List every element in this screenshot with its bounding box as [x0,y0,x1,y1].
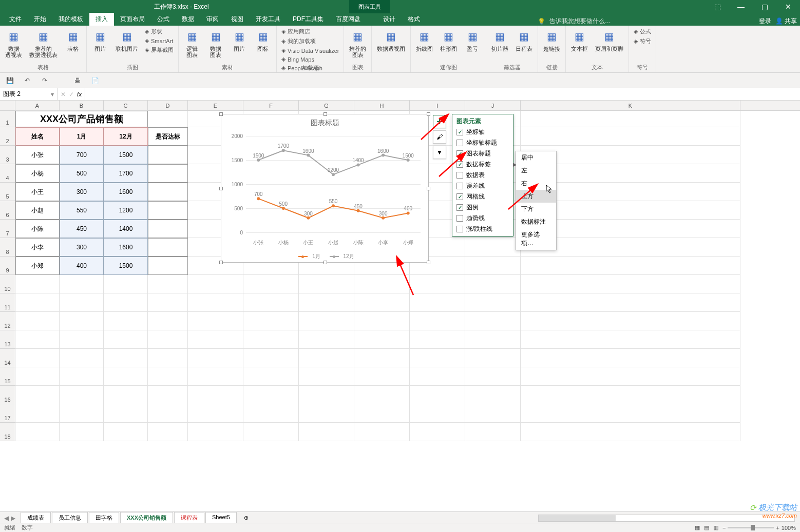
cell[interactable]: 300 [60,183,104,201]
cell[interactable] [354,293,410,312]
chart-element-checkbox[interactable]: 误差线 [452,181,513,191]
cell[interactable] [521,257,740,275]
ribbon-tab[interactable]: 我的模板 [52,13,89,26]
ribbon-command[interactable]: ▦折线图 [414,27,435,53]
cell[interactable]: 1600 [104,183,148,201]
cell[interactable] [354,386,410,404]
redo-icon[interactable]: ↷ [39,75,50,86]
cell[interactable]: 小陈 [15,220,60,238]
cell[interactable] [15,404,60,423]
row-header[interactable]: 6 [0,201,15,220]
cell[interactable] [60,293,104,312]
ribbon-tab[interactable]: 审阅 [200,13,225,26]
view-break-icon[interactable]: ▥ [713,524,718,531]
column-header[interactable]: K [521,101,740,110]
cell[interactable] [15,330,60,349]
column-header[interactable]: D [148,101,188,110]
ribbon-tab[interactable]: 页面布局 [114,13,151,26]
submenu-item[interactable]: 居中 [516,151,556,164]
cell[interactable] [148,275,188,293]
embedded-chart[interactable]: 图表标题 0500100015002000小张小杨小王小赵小陈小李小郑70050… [221,114,429,263]
close-icon[interactable]: ✕ [776,0,800,13]
cell[interactable] [521,275,740,293]
cell[interactable] [465,257,521,275]
restore-icon[interactable]: ▢ [753,0,776,13]
cell[interactable] [299,312,354,330]
cell[interactable] [148,404,188,423]
cell[interactable] [188,367,243,386]
cell[interactable] [15,293,60,312]
chart-element-checkbox[interactable]: 网格线 [452,191,513,202]
cell[interactable]: XXX公司产品销售额 [15,111,148,127]
cell[interactable] [521,349,740,367]
cell[interactable] [148,220,188,238]
cell[interactable] [148,349,188,367]
chart-element-checkbox[interactable]: 涨/跌柱线 [452,224,513,234]
ribbon-command[interactable]: ▦文本框 [569,27,590,53]
ribbon-command[interactable]: ▦联机图片 [113,27,140,53]
cell[interactable]: 12月 [104,127,148,146]
cell[interactable] [410,312,465,330]
sheet-tab[interactable]: 田字格 [89,512,119,524]
column-header[interactable]: C [104,101,148,110]
cell[interactable] [15,312,60,330]
cell[interactable] [104,386,148,404]
ribbon-command-small[interactable]: ◈ 屏幕截图 [143,46,175,54]
column-header[interactable]: E [188,101,243,110]
cell[interactable] [243,293,299,312]
row-header[interactable]: 17 [0,404,15,423]
cell[interactable] [299,293,354,312]
cell[interactable] [148,201,188,220]
cell[interactable] [148,183,188,201]
fx-icon[interactable]: fx [77,91,82,98]
ribbon-command[interactable]: ▦盈亏 [462,27,483,53]
cell[interactable] [521,330,740,349]
cell[interactable] [299,404,354,423]
cell[interactable] [148,257,188,275]
ribbon-command[interactable]: ▦表格 [63,27,83,53]
column-header[interactable]: G [299,101,354,110]
cell[interactable] [354,404,410,423]
cell[interactable] [60,423,104,441]
resize-handle[interactable] [427,112,430,116]
cell[interactable]: 1400 [104,220,148,238]
ribbon-command-small[interactable]: ◈ 我的加载项 [280,37,340,46]
cell[interactable] [188,293,243,312]
cell[interactable] [188,312,243,330]
minimize-icon[interactable]: — [729,0,753,13]
cell[interactable] [243,330,299,349]
cell[interactable] [410,367,465,386]
chart-element-checkbox[interactable]: 数据表 [452,170,513,181]
submenu-item[interactable]: 数据标注 [516,215,556,228]
ribbon-command[interactable]: ▦切片器 [489,27,510,53]
cell[interactable] [465,404,521,423]
row-header[interactable]: 8 [0,238,15,257]
select-all-corner[interactable] [0,101,15,110]
cell[interactable] [465,238,521,257]
cell[interactable] [148,423,188,441]
chart-title[interactable]: 图表标题 [221,114,428,132]
resize-handle[interactable] [323,261,327,264]
cell[interactable] [243,349,299,367]
cell[interactable] [60,404,104,423]
cell[interactable] [188,275,243,293]
ribbon-command-small[interactable]: ◈ SmartArt [143,37,175,45]
ribbon-command[interactable]: ▦图标 [253,27,273,53]
cell[interactable] [243,423,299,441]
resize-handle[interactable] [427,261,430,264]
ribbon-command[interactable]: ▦图片 [90,27,110,53]
cell[interactable]: 300 [60,238,104,257]
sheet-tab[interactable]: XXX公司销售额 [120,512,173,524]
cell[interactable] [243,404,299,423]
row-header[interactable]: 13 [0,330,15,349]
ribbon-command[interactable]: ▦数据透视图 [375,27,407,53]
chart-element-checkbox[interactable]: 趋势线 [452,213,513,224]
cell[interactable] [465,349,521,367]
cell[interactable] [410,275,465,293]
row-header[interactable]: 14 [0,349,15,367]
cell[interactable] [148,164,188,183]
ribbon-command[interactable]: ▦数据透视表 [3,27,24,59]
undo-icon[interactable]: ↶ [22,75,33,86]
cell[interactable] [521,312,740,330]
view-page-icon[interactable]: ▤ [704,524,709,531]
